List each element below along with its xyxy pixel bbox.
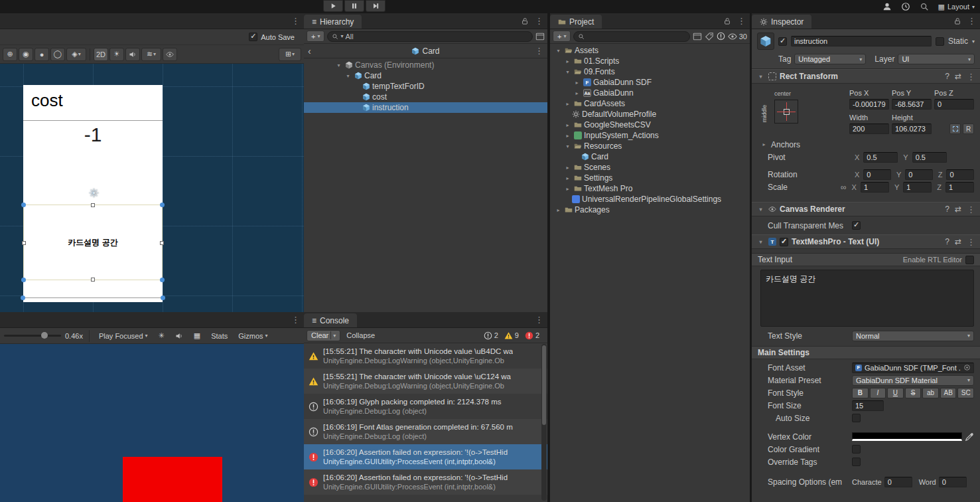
gizmos-dropdown[interactable]: Gizmos▾ [235, 332, 271, 340]
component-menu-icon[interactable]: ⋮ [967, 205, 975, 214]
console-entry[interactable]: [15:55:21] The character with Unicode va… [304, 369, 547, 394]
rect-handle[interactable] [160, 278, 165, 282]
console-entry[interactable]: [16:06:20] Assertion failed on expressio… [304, 469, 547, 495]
scrollbar-thumb[interactable] [542, 345, 546, 425]
pause-button[interactable] [344, 0, 364, 12]
open-search-window-icon[interactable] [535, 32, 545, 41]
inspector-menu-icon[interactable]: ⋮ [967, 16, 976, 26]
search-filter-caret[interactable]: ▾ [340, 33, 343, 39]
scale-link-icon[interactable]: ∞ [841, 183, 847, 192]
component-menu-icon[interactable]: ⋮ [967, 237, 975, 247]
tab-project[interactable]: Project [550, 15, 602, 29]
rect-handle[interactable] [161, 295, 165, 300]
game-viewport[interactable] [0, 344, 304, 502]
rect-edge-handle[interactable] [91, 278, 95, 282]
smallcaps-button[interactable]: SC [957, 388, 974, 398]
console-scrollbar[interactable] [541, 344, 547, 501]
project-item-inputsystem-actions[interactable]: ▸ InputSystem_Actions [550, 130, 750, 141]
character-spacing-field[interactable]: 0 [884, 477, 912, 487]
layer-dropdown[interactable]: UI▾ [898, 54, 975, 64]
rect-transform-header[interactable]: ▾ Rect Transform ? ⇄ ⋮ [752, 69, 980, 84]
height-field[interactable]: 106.0273 [892, 124, 932, 134]
scene-menu-icon[interactable]: ⋮ [291, 16, 300, 26]
anchor-preset-widget[interactable] [774, 100, 798, 124]
zoom-slider-knob[interactable] [41, 332, 48, 339]
hierarchy-menu-icon[interactable]: ⋮ [535, 16, 543, 26]
hidden-items-count[interactable]: 30 [728, 32, 747, 41]
foldout-arrow-icon[interactable]: ▾ [334, 62, 343, 68]
static-dropdown-icon[interactable]: ▾ [972, 39, 975, 44]
game-effects-icon[interactable]: ✳ [155, 331, 168, 340]
project-item-settings[interactable]: ▸ Settings [550, 173, 750, 183]
project-item-scenes[interactable]: ▸ Scenes [550, 162, 750, 173]
scale-tool-icon[interactable]: ● [35, 48, 49, 61]
tag-dropdown[interactable]: Untagged▾ [794, 54, 866, 64]
game-menu-icon[interactable]: ⋮ [291, 315, 300, 325]
mute-audio-icon[interactable] [172, 332, 186, 340]
uppercase-button[interactable]: AB [940, 388, 957, 398]
zoom-slider[interactable] [4, 335, 61, 337]
step-button[interactable] [366, 0, 385, 12]
search-by-type-icon[interactable] [717, 32, 725, 41]
open-search-window-icon[interactable] [693, 32, 702, 41]
warning-count-toggle[interactable]: 9 [504, 331, 519, 340]
rotation-z-field[interactable]: 0 [946, 169, 974, 180]
rect-edge-handle[interactable] [91, 203, 95, 207]
word-spacing-field[interactable]: 0 [939, 477, 967, 487]
project-item-packages[interactable]: ▸ Packages [550, 205, 750, 215]
console-entry-partial[interactable] [304, 495, 547, 502]
stats-toggle[interactable]: Stats [208, 332, 231, 340]
presets-icon[interactable]: ⇄ [955, 237, 961, 246]
rect-tool-icon[interactable]: ◯ [50, 48, 65, 61]
text-style-dropdown[interactable]: Normal▾ [852, 331, 974, 341]
console-menu-icon[interactable]: ⋮ [535, 315, 543, 325]
lowercase-button[interactable]: ab [922, 388, 939, 398]
text-input-area[interactable]: 카드설명 공간 [760, 270, 974, 327]
project-item-card-prefab[interactable]: Card [550, 151, 750, 162]
rect-handle[interactable] [21, 278, 26, 282]
pivot-y-field[interactable]: 0.5 [912, 152, 947, 163]
scene-viewport[interactable]: cost -1 ✳ 카드설명 공간 [0, 64, 304, 312]
scale-x-field[interactable]: 1 [861, 182, 889, 193]
console-entry-selected[interactable]: [16:06:20] Assertion failed on expressio… [304, 444, 547, 469]
component-menu-icon[interactable]: ⋮ [967, 72, 975, 82]
create-asset-button[interactable]: +▾ [553, 31, 571, 42]
rect-edge-handle[interactable] [22, 241, 26, 245]
search-icon[interactable] [920, 2, 929, 11]
vsync-grid-icon[interactable]: ▦ [190, 331, 204, 340]
gameobject-icon[interactable] [757, 33, 774, 50]
auto-save-checkbox[interactable] [249, 33, 257, 41]
lock-icon[interactable] [723, 17, 731, 25]
project-item-gabiadunn-sdf[interactable]: ▸ F GabiaDunn SDF [550, 77, 750, 88]
auto-size-checkbox[interactable] [852, 414, 861, 422]
2d-mode-toggle[interactable]: 2D [94, 48, 108, 61]
eyedropper-icon[interactable] [965, 432, 974, 442]
project-item-textmesh-pro[interactable]: ▸ TextMesh Pro [550, 183, 750, 194]
hierarchy-item-card[interactable]: ▾ Card [304, 70, 547, 81]
static-checkbox[interactable] [936, 37, 944, 46]
scale-z-field[interactable]: 1 [945, 182, 974, 193]
object-picker-icon[interactable] [963, 364, 971, 371]
width-field[interactable]: 200 [849, 124, 889, 134]
instruction-selection-rect[interactable]: 카드설명 공간 [23, 205, 163, 280]
console-entry[interactable]: [16:06:19] Glyph packing completed in: 2… [304, 394, 547, 419]
tab-hierarchy[interactable]: ≡ Hierarchy [304, 15, 362, 29]
tab-inspector[interactable]: Inspector [752, 15, 811, 29]
anchors-foldout[interactable]: ▸ Anchors [752, 138, 980, 151]
project-search-input[interactable] [573, 31, 689, 42]
rotation-y-field[interactable]: 0 [905, 169, 933, 180]
pos-z-field[interactable]: 0 [934, 99, 974, 110]
gameobject-name-field[interactable]: instruction [791, 36, 932, 46]
rect-edge-handle[interactable] [160, 241, 164, 245]
pivot-x-field[interactable]: 0.5 [863, 152, 898, 163]
hierarchy-item-instruction[interactable]: instruction [304, 102, 547, 113]
help-icon[interactable]: ? [945, 205, 949, 214]
console-entry[interactable]: [15:55:21] The character with Unicode va… [304, 343, 547, 369]
component-enabled-checkbox[interactable] [780, 238, 788, 246]
font-size-field[interactable]: 15 [852, 400, 884, 411]
grid-settings-dropdown[interactable]: ⊞▾ [279, 48, 301, 61]
raw-edit-mode-button[interactable]: R [963, 124, 974, 134]
canvas-renderer-header[interactable]: ▾ Canvas Renderer ? ⇄ ⋮ [752, 202, 980, 216]
hierarchy-item-temptextforid[interactable]: tempTextForID [304, 81, 547, 92]
font-asset-object-field[interactable]: F GabiaDunn SDF (TMP_Font . [852, 363, 974, 373]
